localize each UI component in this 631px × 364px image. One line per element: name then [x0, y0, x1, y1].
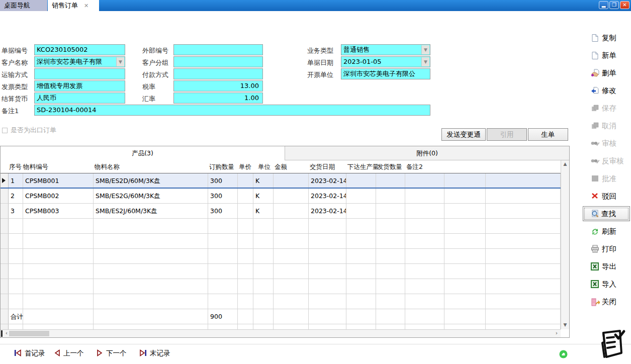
tab-products[interactable]: 产品(3) [1, 146, 285, 160]
remark1-field[interactable]: SD-230104-00014 [34, 105, 430, 116]
biz-type-field[interactable]: 普通销售 ▼ [341, 44, 430, 55]
sidebar-label: 审核 [602, 139, 616, 148]
col-amount[interactable]: 金额 [274, 160, 309, 173]
sidebar-button-import[interactable]: 导入 [585, 276, 630, 293]
sidebar-button-cancel[interactable]: 取消 [585, 117, 630, 135]
sidebar-button-close-form[interactable]: 关闭 [585, 293, 630, 311]
notepad-check-icon[interactable] [596, 328, 626, 363]
tab-attachments[interactable]: 附件(0) [285, 146, 569, 160]
invoice-type-field[interactable]: 增值税专用发票 [34, 80, 125, 92]
sidebar-button-save[interactable]: 保存 [585, 100, 630, 117]
scroll-down-icon[interactable]: ▼ [561, 321, 569, 329]
sidebar-button-export[interactable]: 导出 [585, 258, 630, 276]
close-button[interactable]: ✕ [620, 1, 629, 9]
sidebar-label: 关闭 [602, 297, 616, 307]
tab-close-icon[interactable]: ✕ [84, 3, 88, 9]
generate-order-button[interactable]: 生单 [528, 128, 568, 141]
transport-field[interactable] [34, 68, 125, 79]
tab-sales-order-label: 销售订单 [52, 1, 78, 10]
col-produced[interactable]: 下达生产量 [346, 160, 376, 173]
sidebar-button-search[interactable]: 查找 [583, 206, 630, 221]
col-code[interactable]: 物料编号 [23, 160, 94, 173]
empty-row[interactable] [1, 294, 561, 309]
col-no[interactable]: 序号 [9, 160, 23, 173]
cancel-icon [591, 122, 600, 130]
cell-qty[interactable]: 300 [208, 173, 238, 188]
sidebar-button-approve[interactable]: 批准 [585, 170, 630, 188]
scroll-up-icon[interactable]: ▲ [561, 160, 569, 168]
current-row-marker-icon [2, 178, 6, 183]
scrollbar-thumb[interactable] [9, 331, 49, 336]
next-record-button[interactable]: 下一个 [97, 349, 127, 358]
doc-no-field[interactable]: KCO230105002 [34, 44, 125, 55]
sidebar-button-new[interactable]: 新单 [585, 47, 630, 64]
minimize-button[interactable]: ▂ [599, 1, 608, 9]
empty-row[interactable] [1, 324, 561, 329]
reference-button[interactable]: 引用 [487, 128, 527, 141]
tax-rate-field[interactable]: 13.00 [173, 80, 263, 92]
col-shipped[interactable]: 发货数量 [376, 160, 405, 173]
table-row[interactable]: 3 CPSMB003 SMB/ES2J/60M/3K盘 300 K 2023-0… [1, 204, 561, 219]
sidebar-button-unaudit[interactable]: 反审核 [585, 152, 630, 170]
biz-type-dropdown-icon[interactable]: ▼ [421, 45, 429, 54]
sidebar-button-modify[interactable]: 修改 [585, 82, 630, 100]
col-remark2[interactable]: 备注2 [405, 160, 444, 173]
col-unit[interactable]: 单位 [253, 160, 274, 173]
restore-button[interactable]: ❐ [609, 1, 619, 9]
empty-row[interactable] [1, 219, 561, 234]
sidebar-button-copy[interactable]: 复制 [585, 29, 630, 47]
payment-field[interactable] [173, 68, 263, 79]
prev-record-label: 上一个 [63, 349, 84, 358]
sidebar-button-print[interactable]: 打印 [585, 240, 630, 258]
modify-icon [591, 86, 600, 95]
cell-date[interactable]: 2023-02-14 [309, 173, 346, 188]
selector-header [1, 160, 9, 173]
approve-icon [591, 174, 600, 183]
row-selector[interactable] [1, 204, 9, 218]
sidebar-button-reject[interactable]: 驳回 [585, 188, 630, 205]
empty-row[interactable] [1, 249, 561, 264]
scroll-right-icon[interactable]: › [553, 330, 561, 337]
send-change-button[interactable]: 发送变更通 [441, 128, 486, 141]
sidebar-button-delete[interactable]: 删单 [585, 64, 630, 82]
table-row[interactable]: 2 CPSMB002 SMB/ES2G/60M/3K盘 300 K 2023-0… [1, 189, 561, 204]
cell-no[interactable]: 1 [9, 173, 23, 188]
doc-date-dropdown-icon[interactable]: ▼ [421, 57, 429, 66]
invoice-unit-field[interactable]: 深圳市安芯美电子有限公 [341, 68, 430, 79]
customer-field[interactable]: 深圳市安芯美电子有限 ▼ [34, 56, 125, 67]
cell-unit[interactable]: K [253, 173, 274, 188]
save-icon [591, 104, 600, 113]
customer-dropdown-icon[interactable]: ▼ [116, 57, 124, 66]
tab-sales-order[interactable]: 销售订单 ✕ [48, 0, 99, 11]
sidebar-button-refresh[interactable]: 刷新 [585, 223, 630, 240]
export-order-checkbox[interactable] [2, 128, 8, 133]
col-price[interactable]: 单价 [238, 160, 253, 173]
sidebar-button-audit[interactable]: 审核 [585, 135, 630, 152]
refresh-icon [591, 227, 600, 236]
row-selector[interactable] [1, 189, 9, 203]
sidebar-label: 批准 [602, 174, 616, 184]
row-selector[interactable] [1, 173, 9, 188]
currency-field[interactable]: 人民币 [34, 93, 125, 104]
col-date[interactable]: 交货日期 [309, 160, 346, 173]
table-row[interactable]: 1 CPSMB001 SMB/ES2D/60M/3K盘 300 K 2023-0… [1, 173, 561, 189]
tab-desktop-nav[interactable]: 桌面导航 [0, 0, 47, 11]
customer-value: 深圳市安芯美电子有限 [37, 58, 102, 65]
cell-code[interactable]: CPSMB001 [23, 173, 94, 188]
biz-type-label: 业务类型 [307, 46, 333, 55]
grid-vertical-scrollbar[interactable]: ▲ ▼ [561, 160, 569, 329]
prev-record-button[interactable]: 上一个 [54, 349, 84, 358]
col-name[interactable]: 物料名称 [94, 160, 208, 173]
empty-row[interactable] [1, 234, 561, 249]
empty-row[interactable] [1, 264, 561, 279]
cell-name[interactable]: SMB/ES2D/60M/3K盘 [94, 173, 208, 188]
grid-horizontal-scrollbar[interactable]: ‹ › [1, 329, 561, 337]
first-record-button[interactable]: 首记录 [14, 349, 45, 358]
last-record-button[interactable]: 末记录 [139, 349, 170, 358]
exchange-rate-field[interactable]: 1.00 [173, 93, 263, 104]
external-no-field[interactable] [173, 44, 263, 55]
empty-row[interactable] [1, 279, 561, 294]
doc-date-field[interactable]: 2023-01-05 ▼ [341, 56, 430, 67]
customer-group-field[interactable] [173, 56, 263, 67]
col-qty[interactable]: 订购数量 [208, 160, 238, 173]
